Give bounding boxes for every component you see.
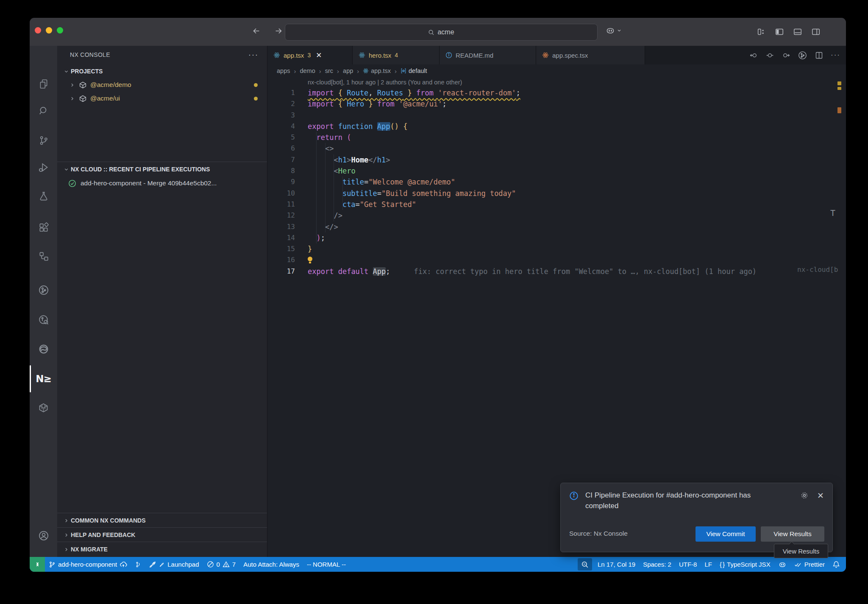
line-number: 2 — [267, 98, 295, 109]
project-item-acme-ui[interactable]: @acme/ui — [57, 92, 267, 105]
code-line[interactable]: 17export default App;fix: correct typo i… — [267, 266, 846, 277]
code-line[interactable]: 2import { Hero } from '@acme/ui'; — [267, 98, 846, 109]
minimize-window-button[interactable] — [46, 27, 52, 34]
toggle-panel-icon[interactable] — [792, 25, 803, 38]
split-editor-icon[interactable] — [815, 51, 823, 60]
zoom-out-status-item[interactable] — [578, 558, 592, 570]
code-line[interactable]: 1import { Route, Routes } from 'react-ro… — [267, 87, 846, 98]
vscode-window: acme — [30, 18, 846, 572]
breadcrumb-item[interactable]: app.tsx — [363, 67, 391, 74]
more-actions-icon[interactable]: ··· — [831, 51, 840, 59]
zoom-window-button[interactable] — [57, 27, 63, 34]
code-line[interactable]: 15} — [267, 243, 846, 254]
formatter-status-item[interactable]: Prettier — [790, 557, 829, 572]
search-icon — [428, 29, 434, 36]
more-actions-icon[interactable]: ··· — [248, 49, 259, 60]
indentation-status-item[interactable]: Spaces: 2 — [639, 557, 675, 572]
code-line[interactable]: 6 <> — [267, 143, 846, 154]
prev-change-icon[interactable] — [749, 51, 758, 60]
breadcrumb-item[interactable]: demo — [300, 67, 315, 74]
inline-git-blame: fix: correct typo in hero title from "We… — [414, 267, 757, 276]
code-line[interactable]: 8 <Hero — [267, 165, 846, 176]
auto-attach-status-item[interactable]: Auto Attach: Always — [239, 557, 303, 572]
branch-status-item[interactable]: add-hero-component — [45, 557, 131, 572]
references-icon[interactable] — [30, 246, 57, 267]
cursor-position-status-item[interactable]: Ln 17, Col 19 — [594, 557, 639, 572]
breadcrumb-item[interactable]: default — [401, 67, 427, 74]
gear-icon[interactable] — [800, 491, 809, 500]
gitlens-inspect-icon[interactable] — [30, 309, 57, 330]
code-editor[interactable]: nx-cloud[bot], 1 hour ago | 2 authors (Y… — [267, 77, 846, 277]
nx-cloud-section-header[interactable]: NX CLOUD :: RECENT CI PIPELINE EXECUTION… — [57, 162, 267, 176]
nx-console-icon[interactable]: N≥ — [30, 368, 57, 389]
encoding-status-item[interactable]: UTF-8 — [675, 557, 701, 572]
tab-app-spec-tsx[interactable]: app.spec.tsx — [536, 46, 645, 64]
section-nx-migrate[interactable]: NX MIGRATE — [57, 542, 267, 556]
close-window-button[interactable] — [35, 27, 41, 34]
launchpad-status-item[interactable]: Launchpad — [145, 557, 203, 572]
vim-mode-status-item[interactable]: -- NORMAL -- — [303, 557, 350, 572]
code-line[interactable]: 10 subtitle="Build something amazing tod… — [267, 188, 846, 199]
gitlens-icon[interactable] — [30, 280, 57, 301]
line-number: 10 — [267, 188, 295, 199]
section-help-and-feedback[interactable]: HELP AND FEEDBACK — [57, 527, 267, 542]
gitlens-graph-icon[interactable] — [798, 50, 807, 60]
problems-status-item[interactable]: 0 7 — [203, 557, 240, 572]
copilot-status-item[interactable] — [774, 557, 790, 572]
history-forward-button[interactable] — [272, 25, 285, 37]
problems-badge: 4 — [395, 52, 398, 59]
view-results-button[interactable]: View Results — [761, 526, 824, 542]
close-icon[interactable]: ✕ — [817, 491, 824, 501]
code-line[interactable]: 7 <h1>Home</h1> — [267, 154, 846, 165]
code-line[interactable]: 4export function App() { — [267, 121, 846, 132]
code-line[interactable]: 11 cta="Get Started" — [267, 199, 846, 210]
testing-icon[interactable] — [30, 186, 57, 207]
language-mode-status-item[interactable]: { } TypeScript JSX — [716, 557, 774, 572]
breadcrumb-item[interactable]: src — [325, 67, 333, 74]
containers-icon[interactable] — [30, 397, 57, 418]
explorer-icon[interactable] — [30, 73, 57, 95]
run-and-debug-icon[interactable] — [30, 157, 57, 178]
view-commit-button[interactable]: View Commit — [696, 526, 756, 542]
next-change-icon[interactable] — [782, 51, 790, 60]
success-check-icon — [68, 179, 76, 187]
chevron-right-icon — [68, 96, 76, 101]
code-line[interactable]: 14 ); — [267, 232, 846, 243]
code-line[interactable]: 3 — [267, 110, 846, 121]
projects-section-header[interactable]: PROJECTS — [57, 64, 267, 78]
account-icon[interactable] — [30, 525, 57, 546]
breadcrumb-item[interactable]: app — [343, 67, 353, 74]
command-center-search[interactable]: acme — [285, 24, 598, 41]
toggle-secondary-sidebar-icon[interactable] — [810, 25, 821, 38]
tab-hero-tsx[interactable]: hero.tsx 4 — [353, 46, 440, 64]
code-line[interactable]: 12 /> — [267, 210, 846, 221]
search-view-icon[interactable] — [30, 100, 57, 121]
toggle-primary-sidebar-icon[interactable] — [774, 25, 785, 38]
code-line[interactable]: 16 — [267, 254, 846, 266]
current-change-icon[interactable] — [765, 51, 774, 60]
code-line[interactable]: 13 </> — [267, 221, 846, 232]
section-common-nx-commands[interactable]: COMMON NX COMMANDS — [57, 513, 267, 528]
project-item-acme-demo[interactable]: @acme/demo — [57, 78, 267, 92]
copilot-menu[interactable] — [605, 25, 622, 36]
extensions-icon[interactable] — [30, 217, 57, 238]
code-line[interactable]: 9 title="Welcome @acme/demo" — [267, 176, 846, 187]
code-line[interactable]: 5 return ( — [267, 132, 846, 143]
quick-fix-lightbulb-icon[interactable] — [308, 257, 312, 263]
notifications-bell-icon[interactable] — [829, 557, 846, 572]
eol-status-item[interactable]: LF — [701, 557, 716, 572]
source-control-icon[interactable] — [30, 130, 57, 151]
edge-browser-icon[interactable] — [30, 338, 57, 360]
line-number: 4 — [267, 121, 295, 132]
line-number: 14 — [267, 232, 295, 243]
customize-layout-icon[interactable] — [756, 25, 767, 38]
tab-readme-md[interactable]: README.md — [440, 46, 536, 64]
pipeline-execution-item[interactable]: add-hero-component - Merge 409b44e5cb02.… — [57, 176, 267, 190]
remote-indicator[interactable] — [30, 557, 45, 572]
nx-cloud-status-item[interactable] — [131, 557, 145, 572]
section-divider — [57, 162, 267, 162]
tab-app-tsx[interactable]: app.tsx 3 ✕ — [267, 46, 353, 64]
close-tab-icon[interactable]: ✕ — [316, 51, 322, 60]
breadcrumb-item[interactable]: apps — [277, 67, 290, 74]
history-back-button[interactable] — [250, 25, 263, 37]
